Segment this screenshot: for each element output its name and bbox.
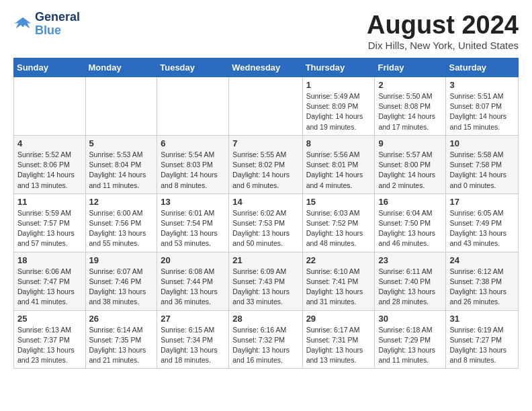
calendar-week-row: 11Sunrise: 5:59 AM Sunset: 7:57 PM Dayli…: [14, 193, 519, 252]
calendar-cell: 8Sunrise: 5:56 AM Sunset: 8:01 PM Daylig…: [302, 135, 375, 193]
day-info: Sunrise: 5:58 AM Sunset: 7:58 PM Dayligh…: [449, 150, 515, 191]
day-number: 7: [232, 138, 298, 148]
day-number: 29: [306, 314, 371, 324]
day-number: 6: [161, 138, 225, 148]
logo-text: General Blue: [35, 11, 80, 38]
day-header-monday: Monday: [85, 58, 157, 77]
day-info: Sunrise: 6:19 AM Sunset: 7:27 PM Dayligh…: [449, 325, 515, 366]
day-number: 19: [89, 255, 154, 265]
day-info: Sunrise: 6:06 AM Sunset: 7:47 PM Dayligh…: [17, 267, 82, 308]
day-info: Sunrise: 6:07 AM Sunset: 7:46 PM Dayligh…: [89, 267, 154, 308]
calendar-cell: 26Sunrise: 6:14 AM Sunset: 7:35 PM Dayli…: [85, 310, 157, 369]
day-number: 14: [232, 197, 298, 207]
day-info: Sunrise: 6:13 AM Sunset: 7:37 PM Dayligh…: [17, 325, 82, 366]
calendar-cell: 27Sunrise: 6:15 AM Sunset: 7:34 PM Dayli…: [157, 310, 229, 369]
day-number: 15: [306, 197, 371, 207]
day-number: 13: [161, 197, 225, 207]
calendar-cell: 4Sunrise: 5:52 AM Sunset: 8:06 PM Daylig…: [14, 135, 86, 193]
day-number: 27: [161, 314, 225, 324]
calendar-cell: [229, 77, 302, 136]
day-info: Sunrise: 6:17 AM Sunset: 7:31 PM Dayligh…: [306, 325, 371, 366]
calendar-cell: 5Sunrise: 5:53 AM Sunset: 8:04 PM Daylig…: [85, 135, 157, 193]
day-header-friday: Friday: [375, 58, 446, 77]
svg-marker-0: [15, 17, 31, 29]
day-info: Sunrise: 5:55 AM Sunset: 8:02 PM Dayligh…: [232, 150, 298, 191]
day-info: Sunrise: 6:01 AM Sunset: 7:54 PM Dayligh…: [161, 208, 225, 249]
logo-icon: [13, 15, 32, 34]
day-info: Sunrise: 6:10 AM Sunset: 7:41 PM Dayligh…: [306, 267, 371, 308]
day-number: 20: [161, 255, 225, 265]
calendar-cell: 9Sunrise: 5:57 AM Sunset: 8:00 PM Daylig…: [375, 135, 446, 193]
day-info: Sunrise: 6:12 AM Sunset: 7:38 PM Dayligh…: [449, 267, 515, 308]
calendar-cell: 19Sunrise: 6:07 AM Sunset: 7:46 PM Dayli…: [85, 252, 157, 310]
calendar-cell: [85, 77, 157, 136]
day-number: 1: [306, 80, 371, 90]
day-header-wednesday: Wednesday: [229, 58, 302, 77]
calendar-cell: 2Sunrise: 5:50 AM Sunset: 8:08 PM Daylig…: [375, 77, 446, 136]
calendar-cell: 30Sunrise: 6:18 AM Sunset: 7:29 PM Dayli…: [375, 310, 446, 369]
title-block: August 2024 Dix Hills, New York, United …: [367, 11, 519, 51]
day-info: Sunrise: 5:49 AM Sunset: 8:09 PM Dayligh…: [306, 91, 371, 132]
day-info: Sunrise: 6:00 AM Sunset: 7:56 PM Dayligh…: [89, 208, 154, 249]
calendar-cell: 16Sunrise: 6:04 AM Sunset: 7:50 PM Dayli…: [375, 193, 446, 252]
day-info: Sunrise: 6:08 AM Sunset: 7:44 PM Dayligh…: [161, 267, 225, 308]
calendar-cell: 25Sunrise: 6:13 AM Sunset: 7:37 PM Dayli…: [14, 310, 86, 369]
day-info: Sunrise: 5:52 AM Sunset: 8:06 PM Dayligh…: [17, 150, 82, 191]
calendar-week-row: 25Sunrise: 6:13 AM Sunset: 7:37 PM Dayli…: [14, 310, 519, 369]
day-info: Sunrise: 6:14 AM Sunset: 7:35 PM Dayligh…: [89, 325, 154, 366]
day-info: Sunrise: 6:18 AM Sunset: 7:29 PM Dayligh…: [378, 325, 442, 366]
calendar-cell: 21Sunrise: 6:09 AM Sunset: 7:43 PM Dayli…: [229, 252, 302, 310]
day-number: 8: [306, 138, 371, 148]
day-info: Sunrise: 6:11 AM Sunset: 7:40 PM Dayligh…: [378, 267, 442, 308]
calendar-cell: [14, 77, 86, 136]
day-number: 9: [378, 138, 442, 148]
day-info: Sunrise: 6:03 AM Sunset: 7:52 PM Dayligh…: [306, 208, 371, 249]
calendar-cell: 6Sunrise: 5:54 AM Sunset: 8:03 PM Daylig…: [157, 135, 229, 193]
day-info: Sunrise: 5:54 AM Sunset: 8:03 PM Dayligh…: [161, 150, 225, 191]
day-info: Sunrise: 6:09 AM Sunset: 7:43 PM Dayligh…: [232, 267, 298, 308]
day-number: 18: [17, 255, 82, 265]
calendar-cell: 13Sunrise: 6:01 AM Sunset: 7:54 PM Dayli…: [157, 193, 229, 252]
day-number: 23: [378, 255, 442, 265]
day-info: Sunrise: 5:56 AM Sunset: 8:01 PM Dayligh…: [306, 150, 371, 191]
calendar-cell: 24Sunrise: 6:12 AM Sunset: 7:38 PM Dayli…: [446, 252, 519, 310]
calendar-header-row: SundayMondayTuesdayWednesdayThursdayFrid…: [14, 58, 519, 77]
day-number: 10: [449, 138, 515, 148]
day-number: 22: [306, 255, 371, 265]
calendar-cell: 17Sunrise: 6:05 AM Sunset: 7:49 PM Dayli…: [446, 193, 519, 252]
day-number: 11: [17, 197, 82, 207]
calendar-cell: 29Sunrise: 6:17 AM Sunset: 7:31 PM Dayli…: [302, 310, 375, 369]
calendar-cell: 14Sunrise: 6:02 AM Sunset: 7:53 PM Dayli…: [229, 193, 302, 252]
calendar-week-row: 1Sunrise: 5:49 AM Sunset: 8:09 PM Daylig…: [14, 77, 519, 136]
day-info: Sunrise: 6:02 AM Sunset: 7:53 PM Dayligh…: [232, 208, 298, 249]
calendar-cell: [157, 77, 229, 136]
calendar-cell: 3Sunrise: 5:51 AM Sunset: 8:07 PM Daylig…: [446, 77, 519, 136]
calendar-cell: 28Sunrise: 6:16 AM Sunset: 7:32 PM Dayli…: [229, 310, 302, 369]
day-number: 25: [17, 314, 82, 324]
day-number: 31: [449, 314, 515, 324]
calendar-cell: 31Sunrise: 6:19 AM Sunset: 7:27 PM Dayli…: [446, 310, 519, 369]
calendar-cell: 20Sunrise: 6:08 AM Sunset: 7:44 PM Dayli…: [157, 252, 229, 310]
day-number: 26: [89, 314, 154, 324]
page-header: General Blue August 2024 Dix Hills, New …: [13, 11, 519, 51]
calendar-cell: 11Sunrise: 5:59 AM Sunset: 7:57 PM Dayli…: [14, 193, 86, 252]
day-number: 16: [378, 197, 442, 207]
day-info: Sunrise: 6:05 AM Sunset: 7:49 PM Dayligh…: [449, 208, 515, 249]
day-info: Sunrise: 5:57 AM Sunset: 8:00 PM Dayligh…: [378, 150, 442, 191]
day-number: 2: [378, 80, 442, 90]
calendar-cell: 15Sunrise: 6:03 AM Sunset: 7:52 PM Dayli…: [302, 193, 375, 252]
day-header-thursday: Thursday: [302, 58, 375, 77]
calendar-table: SundayMondayTuesdayWednesdayThursdayFrid…: [13, 58, 519, 369]
day-number: 12: [89, 197, 154, 207]
calendar-cell: 22Sunrise: 6:10 AM Sunset: 7:41 PM Dayli…: [302, 252, 375, 310]
calendar-cell: 1Sunrise: 5:49 AM Sunset: 8:09 PM Daylig…: [302, 77, 375, 136]
day-number: 21: [232, 255, 298, 265]
day-info: Sunrise: 5:59 AM Sunset: 7:57 PM Dayligh…: [17, 208, 82, 249]
day-number: 24: [449, 255, 515, 265]
calendar-cell: 10Sunrise: 5:58 AM Sunset: 7:58 PM Dayli…: [446, 135, 519, 193]
day-number: 28: [232, 314, 298, 324]
day-info: Sunrise: 5:53 AM Sunset: 8:04 PM Dayligh…: [89, 150, 154, 191]
day-info: Sunrise: 6:16 AM Sunset: 7:32 PM Dayligh…: [232, 325, 298, 366]
day-header-tuesday: Tuesday: [157, 58, 229, 77]
day-info: Sunrise: 6:15 AM Sunset: 7:34 PM Dayligh…: [161, 325, 225, 366]
